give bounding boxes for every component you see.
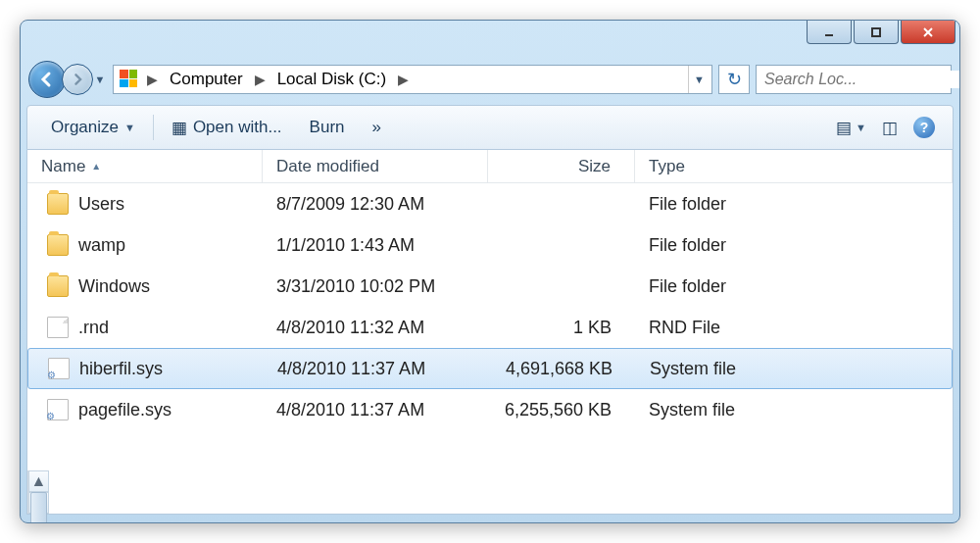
sort-ascending-icon: ▲ (91, 161, 101, 172)
cell-type: File folder (635, 194, 953, 215)
refresh-button[interactable]: ↻ (718, 65, 750, 94)
svg-rect-1 (872, 28, 880, 36)
breadcrumb-local-disk[interactable]: Local Disk (C:) (270, 68, 394, 91)
organize-menu[interactable]: Organize ▼ (37, 114, 149, 141)
view-icon: ▤ (836, 118, 852, 138)
system-file-icon (47, 399, 69, 420)
file-row[interactable]: hiberfil.sys4/8/2010 11:37 AM4,691,668 K… (27, 348, 953, 389)
cell-name: hiberfil.sys (28, 358, 264, 379)
column-size-label: Size (578, 157, 611, 176)
file-row[interactable]: pagefile.sys4/8/2010 11:37 AM6,255,560 K… (27, 389, 953, 430)
help-button[interactable]: ? (906, 113, 943, 142)
forward-button[interactable] (62, 64, 93, 95)
address-dropdown[interactable]: ▼ (688, 66, 710, 93)
cell-type: File folder (635, 276, 953, 297)
separator (153, 115, 154, 140)
cell-date: 1/1/2010 1:43 AM (263, 235, 488, 256)
search-input[interactable] (764, 71, 960, 88)
app-icon: ▦ (172, 118, 187, 138)
back-button[interactable] (28, 61, 66, 98)
organize-label: Organize (51, 118, 119, 137)
chevron-down-icon: ▼ (95, 74, 106, 85)
folder-icon (47, 234, 69, 256)
drive-icon (120, 70, 139, 89)
chevron-down-icon: ▼ (856, 122, 866, 133)
cell-size: 6,255,560 KB (488, 400, 635, 420)
open-with-button[interactable]: ▦ Open with... (158, 114, 296, 142)
column-date-label: Date modified (276, 157, 379, 176)
cell-name: Windows (27, 275, 263, 297)
explorer-window: ▼ ▶ Computer ▶ Local Disk (C:) ▶ ▼ ↻ 🔍 O… (20, 20, 960, 523)
cell-name: wamp (27, 234, 263, 256)
cell-size: 4,691,668 KB (489, 359, 636, 379)
file-name: Users (78, 194, 124, 215)
burn-label: Burn (310, 118, 345, 137)
cell-name: pagefile.sys (27, 399, 263, 420)
column-type-label: Type (649, 157, 685, 176)
breadcrumb-computer[interactable]: Computer (162, 68, 251, 91)
view-menu[interactable]: ▤ ▼ (828, 114, 874, 142)
burn-button[interactable]: Burn (296, 114, 359, 141)
cell-type: RND File (635, 318, 953, 338)
cell-type: System file (636, 359, 952, 379)
breadcrumb-arrow-icon[interactable]: ▶ (251, 72, 270, 87)
column-headers: Name ▲ Date modified Size Type (27, 150, 953, 183)
file-list-content: Name ▲ Date modified Size Type Users8/7/… (27, 150, 953, 470)
folder-icon (47, 275, 69, 297)
cell-date: 4/8/2010 11:37 AM (263, 400, 488, 420)
nav-row: ▼ ▶ Computer ▶ Local Disk (C:) ▶ ▼ ↻ 🔍 (21, 58, 959, 101)
column-type-header[interactable]: Type (635, 150, 953, 182)
preview-pane-button[interactable]: ◫ (874, 114, 906, 142)
file-row[interactable]: .rnd4/8/2010 11:32 AM1 KBRND File (27, 307, 953, 348)
scroll-up-button[interactable]: ▲ (28, 470, 49, 492)
cell-type: File folder (635, 235, 953, 256)
file-name: hiberfil.sys (79, 359, 163, 379)
cell-name: Users (27, 193, 263, 215)
pane-icon: ◫ (882, 118, 898, 138)
file-row[interactable]: Windows3/31/2010 10:02 PMFile folder (27, 266, 953, 307)
cell-name: .rnd (27, 317, 263, 338)
file-name: pagefile.sys (78, 400, 172, 420)
toolbar: Organize ▼ ▦ Open with... Burn » ▤ ▼ ◫ ? (26, 105, 954, 150)
file-name: Windows (78, 276, 150, 297)
file-name: wamp (78, 235, 125, 256)
system-file-icon (48, 358, 70, 379)
breadcrumb-arrow-icon[interactable]: ▶ (394, 72, 413, 87)
column-date-header[interactable]: Date modified (263, 150, 488, 182)
help-icon: ? (913, 117, 935, 138)
overflow-icon: » (372, 118, 381, 137)
address-bar[interactable]: ▶ Computer ▶ Local Disk (C:) ▶ ▼ (113, 65, 712, 94)
refresh-icon: ↻ (727, 69, 742, 90)
cell-date: 4/8/2010 11:32 AM (263, 318, 488, 338)
file-list-area: Name ▲ Date modified Size Type Users8/7/… (26, 150, 954, 515)
nav-history-dropdown[interactable]: ▼ (93, 70, 107, 89)
vertical-scrollbar[interactable]: ▲ ▼ (27, 470, 49, 514)
file-icon (47, 317, 69, 338)
cell-type: System file (635, 400, 953, 420)
breadcrumb-arrow-icon[interactable]: ▶ (143, 72, 162, 87)
titlebar (21, 21, 959, 58)
cell-size: 1 KB (488, 318, 635, 338)
minimize-button[interactable] (807, 21, 852, 44)
folder-icon (47, 193, 69, 215)
file-row[interactable]: Users8/7/2009 12:30 AMFile folder (27, 183, 953, 224)
chevron-down-icon: ▼ (694, 74, 705, 85)
file-rows: Users8/7/2009 12:30 AMFile folderwamp1/1… (27, 183, 953, 430)
open-with-label: Open with... (193, 118, 282, 137)
search-box[interactable]: 🔍 (756, 65, 952, 94)
chevron-down-icon: ▼ (124, 122, 135, 133)
column-name-header[interactable]: Name ▲ (27, 150, 263, 182)
nav-buttons: ▼ (28, 61, 107, 98)
scroll-thumb[interactable] (30, 492, 47, 523)
file-name: .rnd (78, 318, 109, 338)
close-button[interactable] (901, 21, 956, 44)
cell-date: 3/31/2010 10:02 PM (263, 276, 488, 297)
column-name-label: Name (41, 157, 85, 176)
file-row[interactable]: wamp1/1/2010 1:43 AMFile folder (27, 224, 953, 266)
cell-date: 4/8/2010 11:37 AM (264, 359, 489, 379)
column-size-header[interactable]: Size (488, 150, 635, 182)
maximize-button[interactable] (854, 21, 899, 44)
toolbar-overflow[interactable]: » (359, 114, 395, 141)
cell-date: 8/7/2009 12:30 AM (263, 194, 488, 215)
